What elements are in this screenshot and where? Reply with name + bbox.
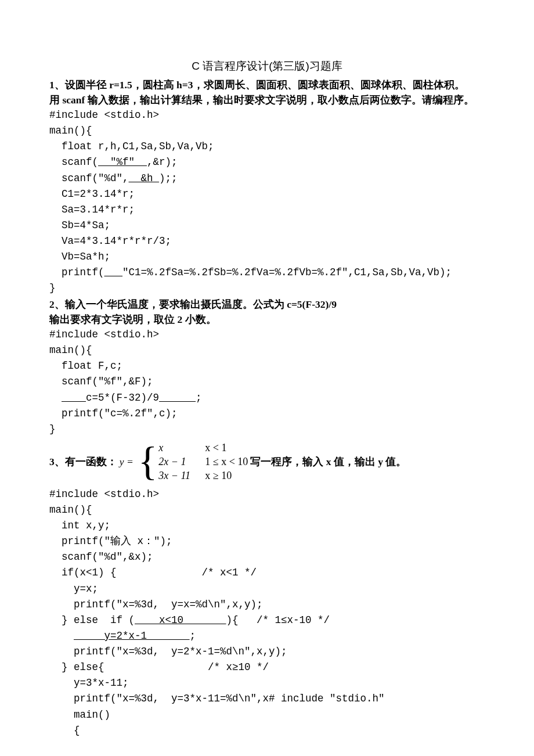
piecewise-brace: { xx < 1 2x − 11 ≤ x < 10 3x − 11x ≥ 10 [138,441,248,483]
problem-3-tail: 写一程序，输入 x 值，输出 y 值。 [250,454,406,469]
code-line: } [49,280,485,296]
code-text: );; [159,172,178,184]
blank-fill: y=2*x-1 [74,630,190,642]
left-brace-icon: { [138,441,158,483]
code-line: main() [49,707,485,723]
code-text: printf( [49,267,104,278]
code-line: printf("输入 x："); [49,534,485,549]
code-line: main(){ [49,123,485,139]
code-line: scanf("%d",&x); [49,549,485,565]
problem-1-line-1: 1、设圆半径 r=1.5，圆柱高 h=3，求圆周长、圆面积、圆球表面积、圆球体积… [49,77,485,92]
blank-fill [104,267,123,278]
code-line: printf("x=%3d, y=x=%d\n",x,y); [49,597,485,613]
code-line: printf("x=%3d, y=3*x-11=%d\n",x# include… [49,691,485,707]
blank-fill [62,392,86,404]
problem-1-line-2: 用 scanf 输入数据，输出计算结果，输出时要求文字说明，取小数点后两位数字。… [49,92,485,107]
code-text: "C1=%.2fSa=%.2fSb=%.2fVa=%.2fVb=%.2f",C1… [122,267,452,278]
code-line: scanf( "%f" ,&r); [49,154,485,170]
code-text: ){ /* 1≤x-10 */ [226,614,330,626]
case-cond: 1 ≤ x < 10 [205,455,248,469]
blank-fill: x<10 [135,614,226,626]
problem-3-header: 3、有一函数： y = { xx < 1 2x − 11 ≤ x < 10 3x… [49,441,485,483]
code-line: } else{ /* x≥10 */ [49,660,485,675]
code-text: } else if ( [49,614,135,626]
code-line: #include <stdio.h> [49,487,485,502]
code-line: } else if ( x<10 ){ /* 1≤x-10 */ [49,613,485,628]
code-line: printf( "C1=%.2fSa=%.2fSb=%.2fVa=%.2fVb=… [49,265,485,280]
code-line: main(){ [49,502,485,518]
code-line: int x,y; [49,518,485,534]
piecewise-cases: xx < 1 2x − 11 ≤ x < 10 3x − 11x ≥ 10 [158,441,248,483]
code-line: scanf("%f",&F); [49,374,485,390]
code-line: main(){ [49,343,485,358]
code-text: ; [190,630,196,642]
code-line: float F,c; [49,358,485,374]
code-line: y=x; [49,581,485,597]
blank-fill: "%f" [98,156,147,168]
code-line: scanf("%d", &h );; [49,171,485,186]
code-line: { [49,723,485,739]
code-line: #include <stdio.h> [49,107,485,123]
code-line: y=2*x-1 ; [49,628,485,644]
code-text [49,392,62,404]
problem-2-line-2: 输出要求有文字说明，取位 2 小数。 [49,312,485,327]
case-expr: x [158,441,205,455]
case-expr: 3x − 11 [158,469,205,483]
code-line: C1=2*3.14*r; [49,186,485,202]
code-text: scanf("%d", [49,172,129,184]
code-line: c=5*(F-32)/9 ; [49,390,485,406]
case-cond: x ≥ 10 [205,469,232,483]
case-expr: 2x − 1 [158,455,205,469]
problem-3-lead: 3、有一函数： [49,454,117,469]
page-title: C 语言程序设计(第三版)习题库 [49,58,485,75]
y-equals: y = [120,454,134,469]
code-line: Va=4*3.14*r*r*r/3; [49,233,485,249]
code-line: if(x<1) { /* x<1 */ [49,565,485,581]
code-line: Sa=3.14*r*r; [49,202,485,218]
code-line: float r,h,C1,Sa,Sb,Va,Vb; [49,139,485,154]
code-line: printf("x=%3d, y=2*x-1=%d\n",x,y); [49,644,485,660]
case-cond: x < 1 [205,441,226,455]
code-text: ,&r); [147,156,178,168]
code-text: c=5*(F-32)/9 [86,392,159,404]
code-line: #include <stdio.h> [49,327,485,343]
code-text [49,630,74,642]
code-line: Sb=4*Sa; [49,218,485,233]
blank-fill: &h [129,172,160,184]
code-line: Vb=Sa*h; [49,249,485,265]
code-line: y=3*x-11; [49,675,485,691]
code-line: } [49,422,485,437]
code-text: scanf( [49,156,98,168]
code-text: ; [196,392,202,404]
problem-2-line-1: 2、输入一个华氏温度，要求输出摄氏温度。公式为 c=5(F-32)/9 [49,297,485,312]
blank-fill [159,392,196,404]
code-line: printf("c=%.2f",c); [49,406,485,422]
